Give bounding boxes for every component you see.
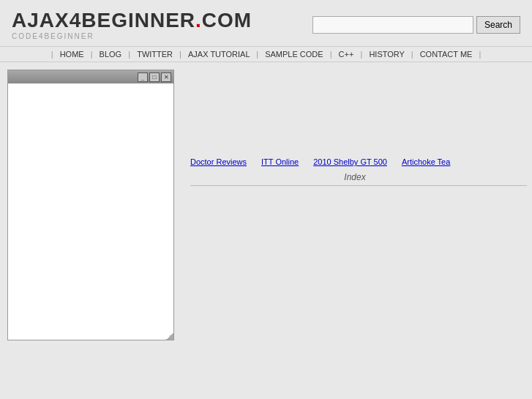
logo-domain: COM [202, 9, 252, 31]
search-button[interactable]: Search [476, 16, 520, 34]
nav-bar: | HOME | BLOG | TWITTER | AJAX TUTORIAL … [0, 46, 532, 62]
search-input[interactable] [312, 16, 473, 34]
ad-link-artichoke[interactable]: Artichoke Tea [402, 157, 465, 166]
window-widget: _ □ ✕ [7, 70, 174, 340]
search-area: Search [312, 16, 520, 34]
ad-link-shelby[interactable]: 2010 Shelby GT 500 [313, 157, 402, 166]
window-content [8, 83, 173, 340]
nav-item-cpp[interactable]: C++ [334, 50, 361, 59]
nav-item-home[interactable]: HOME [56, 50, 91, 59]
header: AJAX4BEGINNER.COM CODE4BEGINNER Search [0, 0, 532, 46]
nav-separator: | [256, 50, 258, 59]
window-titlebar: _ □ ✕ [8, 70, 173, 83]
nav-item-blog[interactable]: BLOG [95, 50, 129, 59]
nav-separator: | [179, 50, 181, 59]
nav-item-history[interactable]: HISTORY [364, 50, 411, 59]
nav-separator: | [128, 50, 130, 59]
logo-subtitle: CODE4BEGINNER [12, 32, 252, 40]
main-content: _ □ ✕ Doctor Reviews ITT Online 2010 She… [0, 62, 532, 348]
window-maximize-button[interactable]: □ [149, 72, 160, 82]
window-close-button[interactable]: ✕ [161, 72, 171, 82]
window-minimize-button[interactable]: _ [138, 72, 148, 82]
ad-link-doctor-reviews[interactable]: Doctor Reviews [190, 157, 261, 166]
ad-link-itt-online[interactable]: ITT Online [261, 157, 313, 166]
ads-row: Doctor Reviews ITT Online 2010 Shelby GT… [190, 157, 527, 166]
logo-dot: . [195, 9, 202, 31]
logo-title: AJAX4BEGINNER.COM [12, 9, 252, 32]
nav-item-sample-code[interactable]: SAMPLE CODE [261, 50, 330, 59]
window-resize-handle[interactable] [166, 332, 173, 340]
logo-text-main: AJAX4BEGINNER [12, 9, 195, 31]
nav-item-twitter[interactable]: TWITTER [132, 50, 179, 59]
nav-separator: | [91, 50, 93, 59]
nav-item-ajax-tutorial[interactable]: AJAX TUTORIAL [184, 50, 256, 59]
main-divider [190, 185, 527, 186]
index-label: Index [190, 172, 520, 182]
nav-separator: | [330, 50, 332, 59]
nav-separator: | [411, 50, 413, 59]
logo-area: AJAX4BEGINNER.COM CODE4BEGINNER [12, 9, 252, 40]
nav-item-contact-me[interactable]: CONTACT ME [416, 50, 479, 59]
nav-separator: | [360, 50, 362, 59]
right-panel: Doctor Reviews ITT Online 2010 Shelby GT… [183, 70, 527, 340]
nav-separator: | [479, 50, 481, 59]
nav-separator: | [51, 50, 53, 59]
left-panel: _ □ ✕ [7, 70, 183, 340]
